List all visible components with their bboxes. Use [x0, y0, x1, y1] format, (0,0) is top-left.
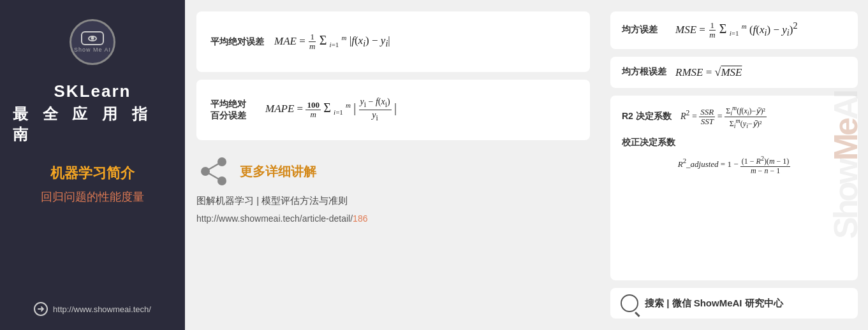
mape-formula: MAPE = 100m Σ i=1 m | yi − f(xi)yi | — [265, 97, 576, 122]
logo-area: Show Me AI — [70, 19, 115, 69]
brand-subtitle: 最 全 应 用 指 南 — [13, 104, 172, 145]
mae-card: 平均绝对误差 MAE = 1m Σ i=1 m |f(xi) − yi| — [196, 11, 590, 72]
search-icon-wrap — [621, 294, 638, 312]
desc-text: 图解机器学习 | 模型评估方法与准则 — [196, 195, 590, 207]
page-container: Show Me AI SKLearn 最 全 应 用 指 南 机器学习简介 回归… — [0, 0, 868, 330]
left-panel: 平均绝对误差 MAE = 1m Σ i=1 m |f(xi) − yi| 平均绝… — [185, 0, 600, 330]
mse-card: 均方误差 MSE = 1m Σ i=1 m (f(xi) − yi)2 — [610, 11, 858, 49]
sidebar: Show Me AI SKLearn 最 全 应 用 指 南 机器学习简介 回归… — [0, 0, 185, 330]
share-row: 更多详细讲解 — [196, 154, 590, 189]
rmse-label: 均方根误差 — [622, 66, 666, 78]
rmse-formula: RMSE = √MSE — [675, 66, 846, 79]
logo-icon — [81, 31, 104, 45]
more-link[interactable]: 更多详细讲解 — [240, 163, 316, 180]
mae-formula: MAE = 1m Σ i=1 m |f(xi) − yi| — [274, 32, 576, 52]
arrow-icon — [34, 302, 48, 316]
r2-card: R2 决定系数 R2 = SSRSST = Σim(f(xi)−ȳ)²Σim(y… — [610, 96, 858, 280]
url-number: 186 — [353, 213, 367, 224]
share-section: 更多详细讲解 图解机器学习 | 模型评估方法与准则 http://www.sho… — [196, 148, 590, 224]
url-base: http://www.showmeai.tech/article-detail/ — [196, 213, 353, 224]
website-link[interactable]: http://www.showmeai.tech/ — [0, 302, 185, 316]
share-svg — [198, 155, 230, 187]
url-text: http://www.showmeai.tech/article-detail/… — [196, 213, 590, 224]
adj-r2-label: 校正决定系数 — [622, 137, 846, 148]
rmse-card: 均方根误差 RMSE = √MSE — [610, 57, 858, 88]
section-subtitle: 回归问题的性能度量 — [41, 189, 144, 204]
r2-formula: R2 = SSRSST = Σim(f(xi)−ȳ)²Σim(yi−ȳ)² — [680, 104, 846, 130]
adj-r2-formula: R2_adjusted = 1 − (1 − R2)(m − 1)m − n −… — [622, 155, 846, 271]
mape-card: 平均绝对百分误差 MAPE = 100m Σ i=1 m | yi − f(xi… — [196, 80, 590, 140]
eye-icon — [88, 36, 97, 41]
right-panel: ShowMeAI 均方误差 MSE = 1m Σ i=1 m (f(xi) − … — [600, 0, 868, 330]
r2-row: R2 决定系数 R2 = SSRSST = Σim(f(xi)−ȳ)²Σim(y… — [622, 104, 846, 130]
share-icon — [196, 154, 231, 189]
mse-label: 均方误差 — [622, 24, 666, 36]
mape-label: 平均绝对百分误差 — [210, 99, 255, 122]
arrow-svg — [36, 305, 45, 313]
brand-title: SKLearn — [54, 82, 131, 101]
r2-label: R2 决定系数 — [622, 111, 673, 122]
svg-line-3 — [205, 162, 222, 171]
search-bar[interactable]: 搜索 | 微信 ShowMeAI 研究中心 — [610, 288, 858, 319]
search-handle — [635, 312, 640, 317]
mse-formula: MSE = 1m Σ i=1 m (f(xi) − yi)2 — [675, 20, 846, 40]
section-title: 机器学习简介 — [50, 164, 135, 183]
logo-small-text: Show Me AI — [74, 47, 111, 53]
mae-label: 平均绝对误差 — [210, 36, 264, 48]
search-icon — [621, 294, 638, 312]
logo-circle: Show Me AI — [70, 19, 115, 65]
svg-line-4 — [205, 171, 222, 181]
website-text: http://www.showmeai.tech/ — [53, 305, 151, 314]
main-content: 平均绝对误差 MAE = 1m Σ i=1 m |f(xi) − yi| 平均绝… — [185, 0, 868, 330]
search-text: 搜索 | 微信 ShowMeAI 研究中心 — [645, 298, 783, 310]
